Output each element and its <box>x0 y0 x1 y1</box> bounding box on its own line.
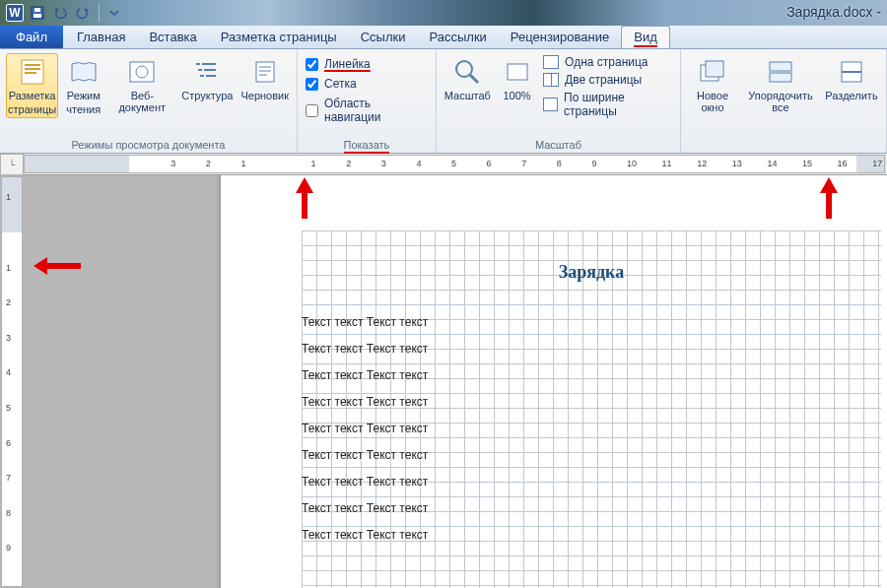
redo-icon[interactable] <box>72 2 94 24</box>
ruler-h-tick: 5 <box>451 159 456 168</box>
ruler-v-tick: 9 <box>6 543 11 553</box>
split-button[interactable]: Разделить <box>823 53 880 104</box>
undo-icon[interactable] <box>49 2 71 24</box>
magnifier-icon <box>451 56 483 88</box>
gridlines-checkbox[interactable]: Сетка <box>306 77 428 91</box>
ruler-v-tick: 7 <box>6 473 11 483</box>
ruler-v-tick: 3 <box>6 333 11 343</box>
horizontal-ruler-row: └ 3211234567891011121314151617 <box>0 154 887 175</box>
save-icon[interactable] <box>27 2 48 24</box>
ruler-h-tick: 1 <box>311 159 316 168</box>
arrange-all-icon <box>765 56 796 88</box>
page-width-button[interactable]: По ширине страницы <box>543 91 672 118</box>
document-canvas[interactable]: Зарядка Текст текст Текст текстТекст тек… <box>24 175 887 588</box>
print-layout-button[interactable]: Разметкастраницы <box>6 53 58 118</box>
ruler-h-tick: 15 <box>802 159 812 168</box>
ruler-v-tick: 5 <box>6 403 11 413</box>
app-icon: W <box>4 2 26 24</box>
document-line: Текст текст Текст текст <box>302 342 428 356</box>
document-line: Текст текст Текст текст <box>302 315 428 329</box>
ruler-h-tick: 2 <box>346 159 351 168</box>
ruler-v-tick: 2 <box>6 297 11 307</box>
svg-rect-21 <box>508 64 527 80</box>
ruler-v-tick: 4 <box>6 367 11 377</box>
draft-button[interactable]: Черновик <box>239 53 291 104</box>
title-bar: W Зарядка.docx - <box>0 0 887 26</box>
ribbon: Разметкастраницы Режимчтения Веб-докумен… <box>0 49 887 154</box>
tab-mailings[interactable]: Рассылки <box>418 27 499 48</box>
print-layout-icon <box>17 56 48 88</box>
page-width-icon <box>543 98 558 111</box>
outline-icon <box>191 56 223 88</box>
group-label-show: Показать <box>304 137 430 151</box>
group-label-zoom: Масштаб <box>443 137 674 151</box>
qat-customize-icon[interactable] <box>103 2 125 24</box>
page: Зарядка Текст текст Текст текстТекст тек… <box>221 175 887 588</box>
tab-page-layout[interactable]: Разметка страницы <box>209 27 349 48</box>
workspace: 1123456789 Зарядка Текст текст Текст тек… <box>0 175 887 588</box>
ruler-h-tick: 4 <box>416 159 421 168</box>
ruler-v-tick: 6 <box>6 438 11 448</box>
gridlines: Зарядка Текст текст Текст текстТекст тек… <box>302 230 881 588</box>
ribbon-tabs: Файл Главная Вставка Разметка страницы С… <box>0 26 887 49</box>
ruler-check-icon[interactable] <box>306 58 318 71</box>
ruler-h-tick: 3 <box>171 159 175 168</box>
ruler-v-tick: 8 <box>6 508 11 518</box>
arrange-all-button[interactable]: Упорядочить все <box>742 53 819 116</box>
tab-insert[interactable]: Вставка <box>137 27 208 48</box>
nav-pane-checkbox[interactable]: Область навигации <box>306 97 428 124</box>
document-line: Текст текст Текст текст <box>302 448 428 462</box>
vertical-ruler[interactable]: 1123456789 <box>1 176 23 587</box>
ruler-h-tick: 14 <box>767 159 777 168</box>
svg-rect-14 <box>206 75 216 77</box>
web-layout-icon <box>126 56 158 88</box>
tab-references[interactable]: Ссылки <box>349 27 418 48</box>
svg-rect-10 <box>202 63 216 65</box>
svg-rect-1 <box>34 14 41 18</box>
ruler-corner[interactable]: └ <box>0 154 24 175</box>
ruler-v-tick: 1 <box>6 192 11 202</box>
document-line: Текст текст Текст текст <box>302 501 428 515</box>
ruler-h-tick: 9 <box>591 159 596 168</box>
two-pages-button[interactable]: Две страницы <box>543 73 672 87</box>
group-zoom: Масштаб 100% Одна страница Две страницы … <box>437 49 681 153</box>
tab-file[interactable]: Файл <box>0 26 63 48</box>
web-layout-button[interactable]: Веб-документ <box>108 53 175 116</box>
svg-point-19 <box>456 61 472 77</box>
document-heading: Зарядка <box>302 262 881 283</box>
nav-check-icon[interactable] <box>306 104 318 117</box>
svg-rect-15 <box>256 62 274 82</box>
ruler-h-tick: 17 <box>872 159 882 168</box>
ruler-h-tick: 12 <box>697 159 707 168</box>
two-pages-icon <box>543 73 559 87</box>
svg-rect-9 <box>196 63 200 65</box>
document-title: Зарядка.docx - <box>786 4 881 20</box>
one-page-button[interactable]: Одна страница <box>543 55 672 69</box>
one-page-icon <box>543 55 559 69</box>
grid-check-icon[interactable] <box>306 78 318 91</box>
reading-button[interactable]: Режимчтения <box>62 53 104 118</box>
svg-rect-11 <box>198 69 202 71</box>
svg-rect-24 <box>770 62 791 71</box>
svg-rect-12 <box>204 69 216 71</box>
ruler-h-tick: 2 <box>206 159 211 168</box>
document-body: Текст текст Текст текстТекст текст Текст… <box>302 315 428 542</box>
new-window-button[interactable]: Новое окно <box>687 53 738 116</box>
document-line: Текст текст Текст текст <box>302 368 428 382</box>
ruler-h-tick: 3 <box>381 159 386 168</box>
svg-rect-6 <box>25 72 36 74</box>
ruler-h-tick: 6 <box>487 159 492 168</box>
draft-icon <box>249 56 281 88</box>
ruler-checkbox[interactable]: Линейка <box>306 57 428 71</box>
tab-view[interactable]: Вид <box>621 26 670 48</box>
tab-home[interactable]: Главная <box>65 27 137 48</box>
group-show: Линейка Сетка Область навигации Показать <box>298 49 437 153</box>
ruler-h-tick: 1 <box>240 159 245 168</box>
zoom-100-button[interactable]: 100% <box>497 53 537 104</box>
tab-review[interactable]: Рецензирование <box>499 27 621 48</box>
zoom-button[interactable]: Масштаб <box>443 53 493 104</box>
ruler-h-tick: 11 <box>662 159 672 168</box>
outline-button[interactable]: Структура <box>179 53 235 104</box>
horizontal-ruler[interactable]: 3211234567891011121314151617 <box>24 155 885 173</box>
group-label-views: Режимы просмотра документа <box>6 137 291 151</box>
